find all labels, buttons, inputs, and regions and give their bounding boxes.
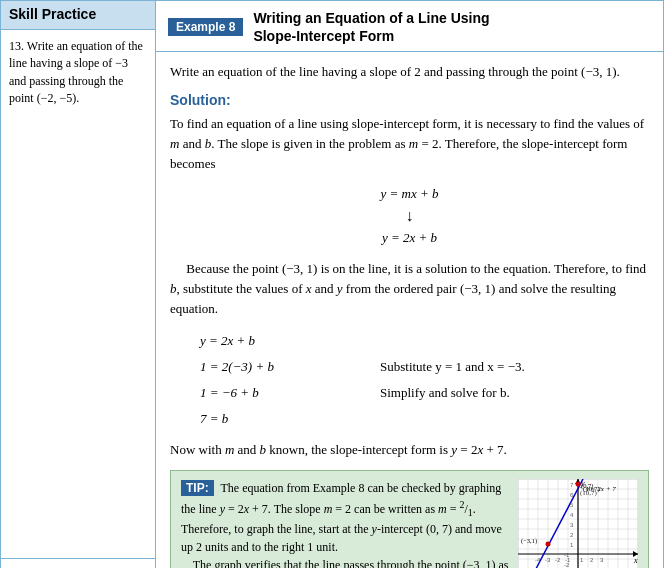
step-3: 7 = b	[200, 406, 649, 432]
svg-text:-3: -3	[545, 557, 551, 563]
problem-text: Write an equation of the line having a s…	[9, 39, 143, 105]
solution-intro: To find an equation of a line using slop…	[170, 114, 649, 174]
problem-number: 13.	[9, 39, 24, 53]
svg-text:-2: -2	[564, 562, 570, 568]
svg-text:-2: -2	[555, 557, 561, 563]
equation-2: y = 2x + b	[170, 226, 649, 249]
steps-block: y = 2x + b 1 = 2(−3) + b Substitute y = …	[200, 328, 649, 432]
graph-svg: x y y = 2x + 7	[518, 479, 638, 568]
sidebar: Skill Practice 13. Write an equation of …	[0, 0, 155, 568]
example-header: Example 8 Writing an Equation of a Line …	[156, 1, 663, 52]
sidebar-answer: Answer 13. y = −3x − 11	[1, 558, 155, 568]
problem-statement: Write an equation of the line having a s…	[170, 62, 649, 82]
step-2: 1 = −6 + b Simplify and solve for b.	[200, 380, 649, 406]
explanation-text: Because the point (−3, 1) is on the line…	[170, 259, 649, 319]
tip-text-column: TIP: The equation from Example 8 can be …	[181, 479, 510, 568]
arrow-down: ↓	[170, 208, 649, 224]
step-1: 1 = 2(−3) + b Substitute y = 1 and x = −…	[200, 354, 649, 380]
step-0: y = 2x + b	[200, 328, 649, 354]
svg-point-29	[576, 481, 581, 486]
tip-graph: x y y = 2x + 7	[518, 479, 638, 568]
solution-label: Solution:	[170, 92, 649, 108]
svg-point-30	[546, 541, 551, 546]
sidebar-header: Skill Practice	[1, 1, 155, 30]
svg-text:(10,7): (10,7)	[580, 489, 598, 497]
svg-text:-1: -1	[564, 552, 570, 558]
svg-text:x: x	[633, 556, 638, 565]
tip-label: TIP:	[181, 480, 214, 496]
sidebar-title: Skill Practice	[9, 6, 96, 22]
svg-text:-4: -4	[535, 557, 541, 563]
svg-text:(−3,1): (−3,1)	[521, 537, 537, 545]
main-content: Example 8 Writing an Equation of a Line …	[155, 0, 664, 568]
example-title: Writing an Equation of a Line Using Slop…	[253, 9, 489, 45]
main-body: Write an equation of the line having a s…	[156, 52, 663, 568]
sidebar-problem: 13. Write an equation of the line having…	[1, 30, 155, 116]
final-answer: Now with m and b known, the slope-interc…	[170, 440, 649, 460]
equation-1: y = mx + b	[170, 182, 649, 205]
svg-text:(0,7): (0,7)	[581, 482, 593, 490]
tip-box: TIP: The equation from Example 8 can be …	[170, 470, 649, 568]
tip-text: The equation from Example 8 can be check…	[181, 481, 508, 568]
example-badge: Example 8	[168, 18, 243, 36]
